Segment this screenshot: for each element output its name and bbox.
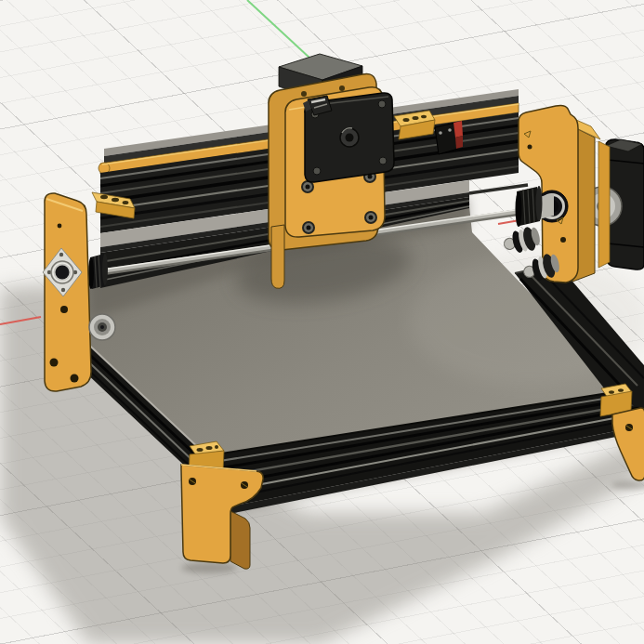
rear-plate-hole [301, 91, 307, 97]
switch-screw [448, 128, 452, 132]
plate-hole [528, 145, 532, 150]
motor-mount-bar [598, 141, 610, 268]
shadow-foot-left [181, 562, 237, 573]
y-axis-line [247, 0, 310, 59]
plate-hole [60, 306, 68, 313]
cad-viewport[interactable]: CNC laser engraver frame assembly [0, 0, 644, 644]
switch-screw [439, 131, 442, 135]
bracket-slot [403, 118, 410, 122]
rear-plate-hole [339, 85, 345, 91]
plate-hole [58, 224, 62, 229]
flange-bolt [61, 288, 65, 292]
left-pulley[interactable] [88, 254, 108, 289]
right-pulley[interactable] [516, 186, 543, 227]
motor-screw [313, 167, 321, 175]
pulley-flange [536, 186, 543, 221]
bracket-slot [609, 390, 614, 394]
motor-screw [378, 100, 386, 108]
carriage-stepper-motor[interactable] [303, 93, 394, 182]
carriage-rear-plate-tab [271, 225, 284, 288]
foot-side-face [230, 511, 250, 569]
bracket-slot [112, 198, 119, 202]
motor-screw [379, 157, 387, 164]
flange-bore [56, 266, 70, 280]
switch-red-side [455, 136, 463, 149]
wheel-bolt [100, 325, 104, 329]
plate-hole [71, 375, 79, 383]
motor-shaft-hole [346, 134, 354, 142]
plate-hole [50, 359, 59, 367]
bracket-slot [413, 116, 419, 120]
bracket-slot [100, 195, 108, 199]
bracket-slot [215, 445, 218, 449]
standoff-bolt [369, 216, 374, 220]
bracket-slot [197, 448, 204, 452]
bracket-slot [421, 115, 427, 119]
bracket-slot [618, 388, 624, 392]
bracket-slot [206, 446, 213, 450]
model-canvas[interactable]: CNC laser engraver frame assembly [0, 0, 644, 644]
pulley-flange [516, 191, 522, 227]
left-v-wheel[interactable] [89, 314, 115, 340]
standoff-bolt [306, 185, 310, 190]
right-v-wheel-upper[interactable] [501, 225, 542, 257]
standoff-bolt [307, 226, 311, 230]
pulley-flange [102, 254, 108, 285]
plate-hole [560, 237, 566, 243]
flange-bolt [59, 253, 63, 256]
bracket-slot [123, 201, 129, 204]
